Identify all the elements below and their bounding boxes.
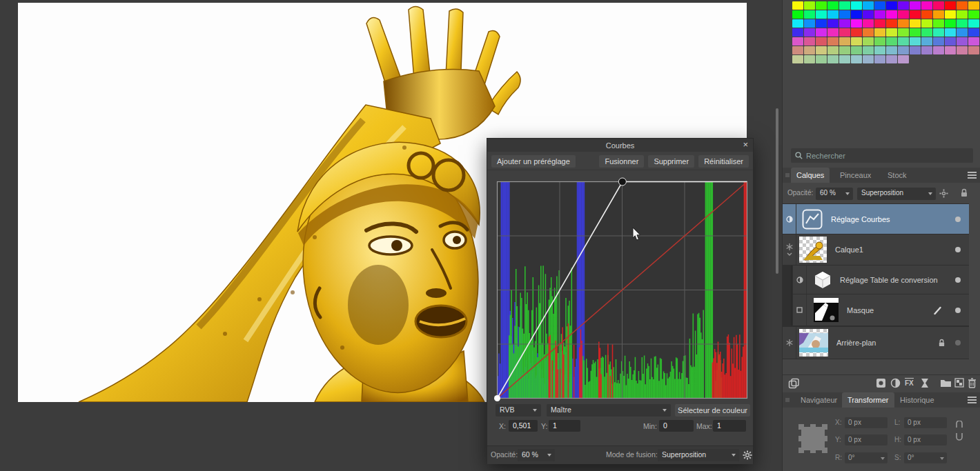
- color-swatch[interactable]: [898, 10, 909, 19]
- fx-effects-icon[interactable]: FX: [905, 378, 914, 387]
- color-swatch[interactable]: [804, 10, 815, 19]
- layers-gear-icon[interactable]: [939, 189, 948, 198]
- x-input[interactable]: 0,501: [509, 420, 538, 432]
- color-swatch[interactable]: [863, 28, 874, 37]
- color-swatch[interactable]: [921, 19, 932, 28]
- color-swatch[interactable]: [851, 37, 862, 46]
- anchor-selector[interactable]: [798, 423, 828, 454]
- color-swatch[interactable]: [886, 46, 897, 54]
- color-swatch[interactable]: [816, 28, 827, 37]
- color-swatch[interactable]: [792, 46, 803, 54]
- color-swatch[interactable]: [886, 19, 897, 28]
- color-swatch[interactable]: [933, 10, 944, 19]
- color-swatch[interactable]: [945, 46, 956, 54]
- color-swatch[interactable]: [945, 19, 956, 28]
- color-swatch[interactable]: [792, 55, 803, 63]
- color-swatch[interactable]: [804, 37, 815, 46]
- color-swatch[interactable]: [804, 19, 815, 28]
- color-swatch[interactable]: [792, 28, 803, 37]
- color-swatch[interactable]: [851, 1, 862, 10]
- color-swatch[interactable]: [933, 46, 944, 54]
- tab-stock[interactable]: Stock: [882, 168, 912, 183]
- color-swatch[interactable]: [839, 19, 850, 28]
- color-swatch[interactable]: [921, 46, 932, 54]
- color-swatch[interactable]: [816, 37, 827, 46]
- color-swatch[interactable]: [898, 55, 909, 63]
- color-swatch[interactable]: [945, 10, 956, 19]
- vertical-scrollbar[interactable]: [776, 108, 778, 274]
- color-picker-button[interactable]: Sélecteur de couleur: [675, 404, 750, 417]
- visibility-dot[interactable]: [955, 247, 961, 252]
- color-swatch[interactable]: [921, 37, 932, 46]
- color-swatch[interactable]: [886, 10, 897, 19]
- color-swatch[interactable]: [957, 1, 968, 10]
- color-swatch[interactable]: [921, 28, 932, 37]
- close-icon[interactable]: ×: [743, 139, 748, 150]
- color-swatch[interactable]: [968, 1, 979, 10]
- color-swatch[interactable]: [804, 28, 815, 37]
- add-preset-button[interactable]: Ajouter un préréglage: [491, 155, 576, 168]
- tf-h-input[interactable]: 0 px: [904, 434, 947, 445]
- color-swatch[interactable]: [816, 10, 827, 19]
- search-input[interactable]: [806, 152, 944, 160]
- panel-menu-icon[interactable]: [968, 172, 977, 179]
- reset-button[interactable]: Réinitialiser: [698, 155, 749, 168]
- color-swatch[interactable]: [957, 28, 968, 37]
- color-swatch[interactable]: [839, 46, 850, 54]
- color-swatch[interactable]: [827, 46, 839, 54]
- color-swatch[interactable]: [933, 1, 944, 10]
- color-swatch[interactable]: [863, 37, 874, 46]
- color-swatch[interactable]: [968, 46, 979, 54]
- merge-button[interactable]: Fusionner: [599, 155, 644, 168]
- curve-select[interactable]: Maître: [547, 404, 671, 417]
- color-swatch[interactable]: [968, 10, 979, 19]
- color-swatch[interactable]: [921, 10, 932, 19]
- color-swatch[interactable]: [886, 37, 897, 46]
- layer-row-arriere-plan[interactable]: Arrière-plan: [783, 327, 969, 359]
- color-swatch[interactable]: [898, 28, 909, 37]
- color-swatch[interactable]: [945, 1, 956, 10]
- panel-menu-icon[interactable]: [968, 397, 977, 403]
- color-swatch[interactable]: [874, 19, 885, 28]
- color-palette[interactable]: [792, 1, 980, 64]
- dialog-titlebar[interactable]: Courbes ×: [487, 139, 753, 152]
- color-swatch[interactable]: [886, 55, 897, 63]
- color-swatch[interactable]: [851, 28, 862, 37]
- color-swatch[interactable]: [863, 46, 874, 54]
- layer-row-reglage-courbes[interactable]: Réglage Courbes: [783, 204, 969, 234]
- color-swatch[interactable]: [910, 10, 921, 19]
- tf-x-input[interactable]: 0 px: [845, 417, 888, 428]
- color-swatch[interactable]: [921, 1, 932, 10]
- color-swatch[interactable]: [863, 10, 874, 19]
- expand-chevron-icon[interactable]: [787, 252, 792, 256]
- search-field[interactable]: [791, 148, 973, 163]
- mask-layer-icon[interactable]: [876, 378, 886, 388]
- color-swatch[interactable]: [839, 55, 850, 63]
- color-swatch[interactable]: [957, 19, 968, 28]
- tab-pinceaux[interactable]: Pinceaux: [834, 168, 876, 183]
- color-swatch[interactable]: [827, 37, 839, 46]
- color-swatch[interactable]: [898, 46, 909, 54]
- visibility-dot[interactable]: [955, 308, 961, 313]
- mask-edit-pencil-icon[interactable]: [933, 305, 943, 315]
- tf-r-input[interactable]: 0°: [845, 452, 888, 463]
- curves-graph[interactable]: [496, 181, 748, 399]
- visibility-dot[interactable]: [955, 217, 961, 222]
- layer-lock-icon[interactable]: [938, 339, 945, 348]
- color-swatch[interactable]: [792, 19, 803, 28]
- channel-select[interactable]: RVB: [496, 404, 541, 417]
- color-swatch[interactable]: [933, 19, 944, 28]
- color-swatch[interactable]: [839, 28, 850, 37]
- max-input[interactable]: 1: [713, 420, 746, 432]
- gear-icon[interactable]: [743, 450, 752, 460]
- y-input[interactable]: 1: [549, 420, 580, 432]
- color-swatch[interactable]: [898, 1, 909, 10]
- color-swatch[interactable]: [804, 1, 815, 10]
- color-swatch[interactable]: [827, 19, 839, 28]
- trash-icon[interactable]: [968, 378, 977, 388]
- tf-s-input[interactable]: 0°: [904, 452, 947, 463]
- tab-navigateur[interactable]: Navigateur: [795, 392, 843, 408]
- color-swatch[interactable]: [945, 37, 956, 46]
- color-swatch[interactable]: [957, 37, 968, 46]
- layers-opacity-select[interactable]: 60 %: [816, 188, 853, 200]
